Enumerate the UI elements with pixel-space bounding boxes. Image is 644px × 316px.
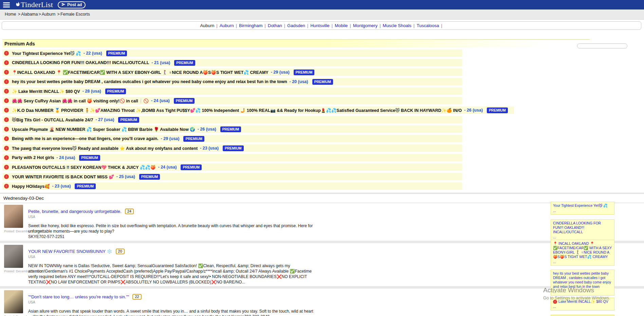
city-link-dothan[interactable]: Dothan [268, 23, 282, 28]
premium-ad-age[interactable]: - 21 (usa) [151, 60, 170, 65]
premium-ad-row: ↑ YOUR WINTER FAVORITE IS BACK DONT MISS… [2, 173, 462, 180]
posted-date: Posted: December 3, 2025 [4, 229, 23, 233]
breadcrumb-link[interactable]: Female Escorts [60, 12, 90, 17]
premium-ad-age[interactable]: - 27 (usa) [95, 117, 114, 122]
up-arrow-icon: ↑ [4, 136, 9, 141]
listing-title[interactable]: "“Don't stare too long… unless you're re… [28, 294, 129, 299]
city-link-mobile[interactable]: Mobile [335, 23, 348, 28]
listing-location: USA [28, 255, 316, 259]
sidebar-ad-title[interactable]: Lake Merritt INCALL✨ $80 QV [558, 299, 608, 303]
city-link-auburn: Auburn [200, 23, 214, 28]
premium-badge: PREMIUM [312, 79, 333, 85]
sidebar-premium-card[interactable]: ↑hey its your best wettes petite baby DR… [551, 270, 614, 296]
listing-description: NEW IN TOWNMy name is Dallas !Seductive,… [28, 263, 316, 285]
premium-ads-header: Premium Ads [2, 39, 590, 47]
listing-description: Sweet like honey, bold like espresso. Pe… [28, 223, 316, 234]
city-link-montgomery[interactable]: Montgomery [353, 23, 378, 28]
premium-badge: PREMIUM [183, 136, 204, 142]
premium-ad-title[interactable]: Being with me is an experience—one that … [12, 136, 159, 141]
premium-ad-title[interactable]: Your Tightest Experience Yet😼 💦 [12, 51, 81, 56]
listing-thumb-column: Posted: December 3, 2025 [4, 245, 23, 286]
premium-ad-age[interactable]: - 23 (usa) [52, 184, 71, 189]
premium-ad-title[interactable]: hey its your best wettes petite baby DRE… [12, 79, 287, 84]
sidebar-ellipsis: ... [553, 304, 612, 309]
sidebar-premium-card[interactable]: ↑Your Tightest Experience Yet😼 💦 ... [551, 202, 614, 215]
premium-ad-age[interactable]: - 24 (usa) [56, 155, 75, 160]
up-arrow-icon: ↑ [4, 117, 9, 122]
sidebar-premium-card[interactable]: ↑📍 INCALL OAKLAND 📍 ✅FACETIME/CAR✅ WITH … [551, 240, 614, 266]
premium-ad-title[interactable]: 🌺🌺 Sexy CuRvy Asian 🌺🌺 in call 🍑 visitin… [12, 98, 149, 103]
listing-thumbnail[interactable] [4, 205, 23, 228]
sidebar-premium-card[interactable]: ↑CINDERELLA LOOKING FOR FUN!!! OAKLAND!!… [551, 219, 614, 241]
city-link-tuscaloosa[interactable]: Tuscaloosa [417, 23, 439, 28]
premium-ad-age[interactable]: - 25 (usa) [116, 174, 135, 179]
premium-ad-age[interactable]: - 26 (usa) [464, 108, 483, 113]
premium-ad-title[interactable]: Upscale Playmate 🌋 NEW NUMBER 💦 Super So… [12, 127, 195, 132]
up-arrow-icon: ↑ [4, 184, 9, 189]
breadcrumb: Home >Alabama>Auburn >Female Escorts [0, 9, 644, 20]
sidebar-ad-title[interactable]: hey its your best wettes petite baby DRE… [553, 271, 611, 289]
premium-ad-age[interactable]: - 22 (usa) [84, 51, 102, 56]
up-arrow-icon: ↑ [4, 165, 9, 170]
listing-thumbnail[interactable] [4, 245, 23, 268]
premium-ad-row: ↑ Being with me is an experience—one tha… [2, 135, 462, 142]
premium-ad-age[interactable]: - 20 (usa) [290, 79, 308, 84]
premium-ad-age[interactable]: - 26 (usa) [198, 127, 216, 132]
premium-ad-title[interactable]: 📍INCALL OAKLAND 📍 ✅FACETIME/CAR✅ WITH A … [12, 70, 269, 75]
breadcrumb-link[interactable]: Auburn [42, 12, 55, 17]
city-link-huntsville[interactable]: Huntsville [310, 23, 329, 28]
up-arrow-icon: ↑ [4, 108, 9, 113]
listing-location: USA [28, 300, 316, 304]
city-link-birmingham[interactable]: Birmingham [239, 23, 262, 28]
premium-badge: PREMIUM [174, 98, 195, 104]
menu-icon[interactable] [3, 2, 10, 7]
premium-ad-title[interactable]: 😻Big Tits Girl - OUTCALL Available 24/7 [12, 117, 93, 122]
listing-row: Posted: December 3, 2025 "“Don't stare t… [0, 289, 644, 316]
sidebar-premium-card[interactable]: ↑Lake Merritt INCALL✨ $80 QV ... [551, 298, 614, 311]
listing-title[interactable]: Petite, brunette, and dangerously unforg… [28, 209, 122, 214]
breadcrumb-link[interactable]: Home [5, 12, 16, 17]
post-ad-button[interactable]: Post ad [58, 1, 86, 8]
up-arrow-icon: ↑ [4, 60, 9, 65]
premium-badge: PREMIUM [105, 88, 126, 94]
premium-ad-title[interactable]: YOUR WINTER FAVORITE IS BACK DONT MISS 💕 [12, 174, 114, 179]
premium-ad-title[interactable]: Party with 2 Hot girls [12, 155, 54, 160]
premium-ad-age[interactable]: - 24 (usa) [151, 98, 170, 103]
sidebar-ellipsis: ... [553, 290, 612, 294]
premium-ad-title[interactable]: The pawg that everyone loves😼 Ready and … [12, 146, 198, 151]
premium-ad-title[interactable]: ✨K.O Daa NUMBER 🏅 PROVIDER 🧍✨💕AMAZING Th… [12, 108, 462, 113]
separator: | [216, 23, 217, 28]
premium-ad-title[interactable]: PLEASANTON OUTCALLS !! SEXY KOREAN💖 THIC… [12, 165, 156, 170]
listing-title[interactable]: YOUR NEW FAVORITE SNOWBUNNY ❄️ [28, 249, 112, 254]
brand-logo[interactable]: TinderList [15, 0, 53, 9]
breadcrumb-link[interactable]: Alabama [21, 12, 38, 17]
premium-ad-row: ↑ 📍INCALL OAKLAND 📍 ✅FACETIME/CAR✅ WITH … [2, 68, 462, 76]
premium-ad-title[interactable]: ✨ Lake Merritt INCALL✨ $80 QV [12, 89, 80, 94]
paper-plane-icon [61, 2, 66, 7]
premium-ad-age[interactable]: - 23 (usa) [200, 146, 219, 151]
premium-badge: PREMIUM [223, 145, 244, 151]
mini-scrollbar[interactable] [577, 43, 627, 48]
separator: | [441, 23, 442, 28]
listing-thumbnail[interactable] [4, 290, 23, 313]
up-arrow-icon: ↑ [4, 174, 9, 179]
sidebar-ad-title[interactable]: CINDERELLA LOOKING FOR FUN!!! OAKLAND!!!… [553, 221, 601, 234]
premium-ad-age[interactable]: - 24 (usa) [158, 165, 177, 170]
date-header: Wednesday-03-Dec [0, 193, 644, 203]
listing-phone: SKYE702-577-2251 [28, 234, 316, 239]
city-link-muscle-shoals[interactable]: Muscle Shoals [383, 23, 411, 28]
premium-ad-title[interactable]: CINDERELLA LOOKING FOR FUN!!! OAKLAND!!!… [12, 60, 149, 65]
premium-ad-age[interactable]: - 29 (usa) [271, 70, 290, 75]
city-link-gadsden[interactable]: Gadsden [287, 23, 305, 28]
sidebar-premium-card[interactable]: ↑ ... [551, 315, 614, 316]
premium-ad-age[interactable]: - 29 (usa) [161, 136, 180, 141]
sidebar-premium-column: ↑Your Tightest Experience Yet😼 💦 ... ↑CI… [551, 202, 614, 316]
premium-ad-row: ↑ ✨ Lake Merritt INCALL✨ $80 QV - 28 (us… [2, 87, 462, 95]
city-link-auburn[interactable]: Auburn [220, 23, 234, 28]
sidebar-ad-title[interactable]: 📍 INCALL OAKLAND 📍 ✅FACETIME/CAR✅ WITH A… [553, 241, 612, 259]
sidebar-ad-title[interactable]: Your Tightest Experience Yet😼 💦 [553, 203, 608, 208]
premium-ad-age[interactable]: - 28 (usa) [82, 89, 101, 94]
up-arrow-icon: ↑ [4, 98, 9, 103]
separator: | [264, 23, 265, 28]
premium-ad-title[interactable]: Happy HOlidays🥰 [12, 184, 50, 189]
